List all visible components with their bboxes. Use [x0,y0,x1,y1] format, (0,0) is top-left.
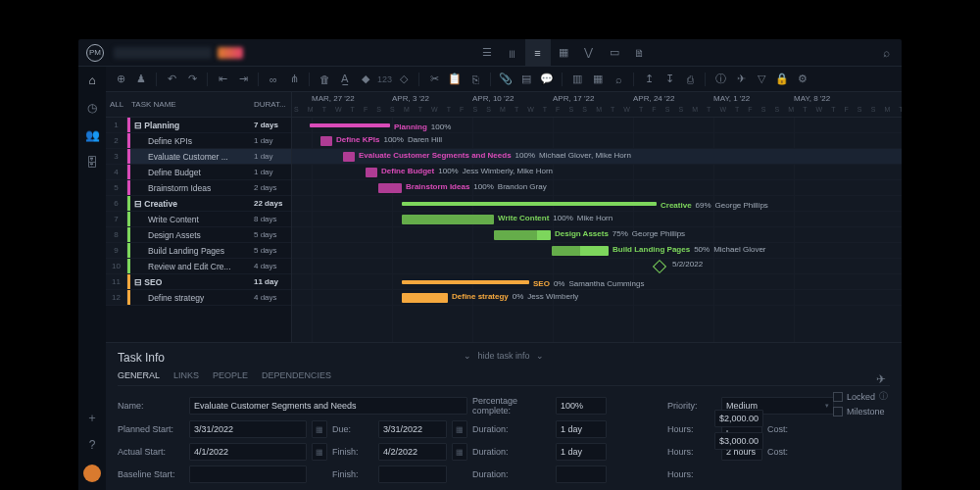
color-icon[interactable]: ◆ [357,71,374,88]
timeline-row[interactable]: Build Landing Pages 50% Michael Glover [292,243,902,259]
task-row[interactable]: 4 Define Budget 1 day [106,165,291,180]
filter-icon[interactable]: ▽ [753,71,770,88]
gantt-bar[interactable]: Design Assets 75% George Phillips [494,230,551,240]
app-logo[interactable]: PM [86,44,104,62]
help-icon[interactable]: ? [84,437,100,453]
view-file-icon[interactable]: 🗎 [627,39,653,67]
gantt-bar[interactable]: Creative 69% George Phillips [402,202,657,206]
task-row[interactable]: 11 ⊟ SEO 11 day [106,274,291,290]
col-header-name[interactable]: TASK NAME [127,100,254,109]
task-row[interactable]: 7 Write Content 8 days [106,212,291,227]
zoom-icon[interactable]: ⌕ [610,71,627,88]
timeline-row[interactable]: 5/2/2022 [292,259,902,274]
people-icon[interactable]: 👥 [84,127,100,143]
hide-task-info-button[interactable]: ⌄ hide task info ⌄ [464,351,543,361]
timeline-row[interactable]: Define strategy 0% Jess Wimberly [292,290,902,306]
task-row[interactable]: 12 Define strategy 4 days [106,290,291,306]
col-header-all[interactable]: ALL [106,100,127,109]
search-icon[interactable]: ⌕ [883,46,890,60]
lock-icon[interactable]: 🔒 [773,71,791,88]
timeline-row[interactable]: Planning 100% [292,118,902,133]
timeline-row[interactable]: Define Budget 100% Jess Wimberly, Mike H… [292,165,902,180]
locked-checkbox[interactable]: Locked ⓘ [833,390,888,403]
timeline-row[interactable]: Brainstorm Ideas 100% Brandon Gray [292,180,902,196]
field-duration-actual[interactable]: 1 day [556,443,607,461]
milestone-checkbox[interactable]: Milestone [833,407,888,416]
field-actual-start[interactable]: 4/1/2022 [189,443,307,461]
user-avatar[interactable] [83,465,101,482]
field-cost-actual[interactable]: $3,000.00 [714,432,763,450]
calendar-icon[interactable]: ▦ [312,420,327,438]
field-planned-start[interactable]: 3/31/2022 [189,420,307,438]
task-row[interactable]: 2 Define KPIs 1 day [106,133,291,149]
calendar-icon[interactable]: ▦ [312,443,327,461]
tab-people[interactable]: PEOPLE [213,370,248,380]
milestone-diamond[interactable] [653,260,666,273]
settings-icon[interactable]: ⚙ [794,71,811,88]
field-duration-planned[interactable]: 1 day [556,420,607,438]
gantt-bar[interactable]: Define KPIs 100% Daren Hill [320,136,332,146]
field-due[interactable]: 3/31/2022 [378,420,447,438]
timeline-row[interactable]: Design Assets 75% George Phillips [292,227,902,243]
gantt-bar[interactable]: Define Budget 100% Jess Wimberly, Mike H… [366,168,377,177]
task-row[interactable]: 3 Evaluate Customer ... 1 day [106,149,291,165]
gantt-bar[interactable]: Brainstorm Ideas 100% Brandon Gray [378,183,402,193]
calendar-icon[interactable]: ▦ [452,420,467,438]
timeline-area[interactable]: MAR, 27 '22APR, 3 '22APR, 10 '22APR, 17 … [292,92,902,342]
gantt-bar[interactable]: Build Landing Pages 50% Michael Glover [552,246,609,256]
gantt-bar[interactable]: Planning 100% [310,123,390,127]
task-row[interactable]: 5 Brainstorm Ideas 2 days [106,180,291,196]
undo-icon[interactable]: ↶ [163,71,180,88]
print-icon[interactable]: ⎙ [681,71,699,88]
import-icon[interactable]: ↧ [661,71,678,88]
home-icon[interactable]: ⌂ [84,73,100,88]
send-icon[interactable]: ✈ [732,71,750,88]
indent-icon[interactable]: ⇥ [234,71,252,88]
view-gantt-icon[interactable]: ≡ [525,39,551,67]
view-calendar-icon[interactable]: ▭ [602,39,627,67]
cut-icon[interactable]: ✂ [425,71,443,88]
redo-icon[interactable]: ↷ [183,71,201,88]
tag-icon[interactable]: ◇ [395,71,413,88]
grid-icon[interactable]: ▦ [589,71,607,88]
text-style-icon[interactable]: A̲ [336,71,354,88]
timeline-row[interactable]: SEO 0% Samantha Cummings [292,274,902,290]
export-icon[interactable]: ↥ [640,71,658,88]
calendar-icon[interactable]: ▦ [452,443,467,461]
view-board-icon[interactable]: ⫼ [500,39,525,67]
field-percent[interactable]: 100% [556,397,607,415]
timeline-row[interactable]: Define KPIs 100% Daren Hill [292,133,902,149]
task-row[interactable]: 8 Design Assets 5 days [106,227,291,243]
outdent-icon[interactable]: ⇤ [214,71,231,88]
gantt-bar[interactable]: Define strategy 0% Jess Wimberly [402,293,448,303]
gantt-bar[interactable]: Write Content 100% Mike Horn [402,215,494,224]
field-name[interactable]: Evaluate Customer Segments and Needs [189,397,467,415]
attachment-icon[interactable]: 📎 [497,71,514,88]
paper-plane-icon[interactable]: ✈ [876,372,886,386]
comment-icon[interactable]: 💬 [538,71,556,88]
timeline-row[interactable]: Evaluate Customer Segments and Needs 100… [292,149,902,165]
view-sheet-icon[interactable]: ▦ [551,39,576,67]
tab-general[interactable]: GENERAL [118,370,160,380]
copy-icon[interactable]: ⎘ [466,71,484,88]
add-icon[interactable]: ＋ [84,410,100,425]
tab-links[interactable]: LINKS [173,370,199,380]
briefcase-icon[interactable]: 🗄 [84,155,100,171]
note-icon[interactable]: ▤ [517,71,535,88]
timeline-row[interactable]: Write Content 100% Mike Horn [292,212,902,227]
link-icon[interactable]: ∞ [265,71,282,88]
field-cost-planned[interactable]: $2,000.00 [714,410,763,427]
delete-icon[interactable]: 🗑 [316,71,333,88]
view-activity-icon[interactable]: ⋁ [576,39,602,67]
col-header-duration[interactable]: DURAT... [254,100,291,109]
columns-icon[interactable]: ▥ [568,71,586,88]
gantt-bar[interactable]: SEO 0% Samantha Cummings [402,280,529,284]
field-baseline-duration[interactable] [556,466,607,483]
timeline-row[interactable]: Creative 69% George Phillips [292,196,902,212]
task-row[interactable]: 10 Review and Edit Cre... 4 days [106,259,291,274]
paste-icon[interactable]: 📋 [446,71,464,88]
view-list-icon[interactable]: ☰ [474,39,500,67]
task-row[interactable]: 9 Build Landing Pages 5 days [106,243,291,259]
info-icon[interactable]: ⓘ [711,71,729,88]
gantt-bar[interactable]: Evaluate Customer Segments and Needs 100… [343,152,355,162]
